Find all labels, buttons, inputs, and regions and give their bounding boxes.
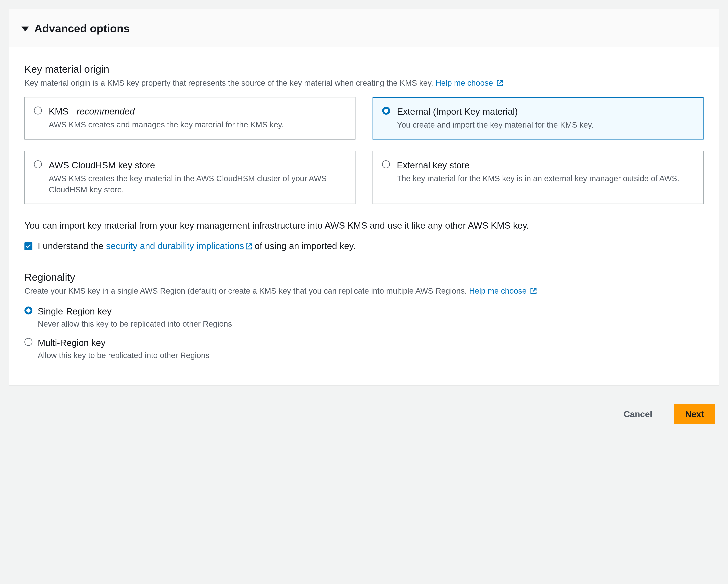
key-material-options-grid: KMS - recommended AWS KMS creates and ma… — [24, 97, 704, 204]
panel-body: Key material origin Key material origin … — [9, 47, 719, 385]
radio-icon — [24, 338, 32, 346]
key-material-origin-title: Key material origin — [24, 62, 704, 76]
key-material-origin-description: Key material origin is a KMS key propert… — [24, 78, 704, 89]
import-key-info-text: You can import key material from your ke… — [24, 219, 704, 232]
security-durability-link[interactable]: security and durability implications — [106, 241, 252, 251]
checkbox-text-post: of using an imported key. — [252, 241, 356, 251]
option-title: External key store — [397, 159, 694, 171]
external-link-icon — [245, 240, 252, 253]
panel-header[interactable]: Advanced options — [9, 9, 719, 47]
option-title: AWS CloudHSM key store — [49, 159, 346, 171]
radio-icon — [382, 160, 390, 168]
option-title: External (Import Key material) — [397, 105, 694, 118]
regionality-title: Regionality — [24, 270, 704, 285]
regionality-option-single-region[interactable]: Single-Region key Never allow this key t… — [24, 305, 704, 329]
help-me-choose-link-key-material[interactable]: Help me choose — [436, 78, 503, 87]
help-link-text: Help me choose — [469, 286, 527, 295]
option-external-import[interactable]: External (Import Key material) You creat… — [372, 97, 704, 139]
option-description: AWS KMS creates and manages the key mate… — [49, 119, 346, 130]
cancel-button[interactable]: Cancel — [613, 404, 663, 424]
checkbox-text-pre: I understand the — [38, 241, 106, 251]
help-link-text: Help me choose — [436, 78, 493, 87]
regionality-description-text: Create your KMS key in a single AWS Regi… — [24, 286, 469, 295]
checkbox-link-text: security and durability implications — [106, 241, 244, 251]
radio-label: Multi-Region key — [38, 337, 704, 349]
radio-label: Single-Region key — [38, 305, 704, 318]
option-description: The key material for the KMS key is in a… — [397, 173, 694, 184]
regionality-option-multi-region[interactable]: Multi-Region key Allow this key to be re… — [24, 337, 704, 361]
option-description: AWS KMS creates the key material in the … — [49, 173, 346, 195]
key-material-description-text: Key material origin is a KMS key propert… — [24, 78, 436, 87]
help-me-choose-link-regionality[interactable]: Help me choose — [469, 286, 537, 295]
regionality-description: Create your KMS key in a single AWS Regi… — [24, 286, 704, 297]
caret-down-icon — [21, 27, 29, 31]
next-button[interactable]: Next — [674, 404, 715, 424]
wizard-footer: Cancel Next — [9, 385, 719, 428]
radio-icon — [34, 160, 42, 168]
option-title: KMS - recommended — [49, 105, 346, 118]
checkbox-label: I understand the security and durability… — [38, 240, 356, 253]
radio-icon — [24, 307, 32, 315]
radio-description: Allow this key to be replicated into oth… — [38, 350, 704, 361]
option-description: You create and import the key material f… — [397, 120, 694, 131]
radio-description: Never allow this key to be replicated in… — [38, 318, 704, 329]
understand-implications-checkbox-row[interactable]: I understand the security and durability… — [24, 240, 704, 253]
radio-icon — [34, 107, 42, 114]
option-cloudhsm-key-store[interactable]: AWS CloudHSM key store AWS KMS creates t… — [24, 151, 356, 204]
option-external-key-store[interactable]: External key store The key material for … — [372, 151, 704, 204]
advanced-options-panel: Advanced options Key material origin Key… — [9, 9, 719, 385]
external-link-icon — [530, 286, 537, 297]
option-kms-recommended[interactable]: KMS - recommended AWS KMS creates and ma… — [24, 97, 356, 139]
radio-icon — [382, 107, 390, 115]
panel-title: Advanced options — [34, 21, 130, 36]
checkbox-checked-icon — [24, 242, 32, 250]
external-link-icon — [496, 78, 503, 89]
